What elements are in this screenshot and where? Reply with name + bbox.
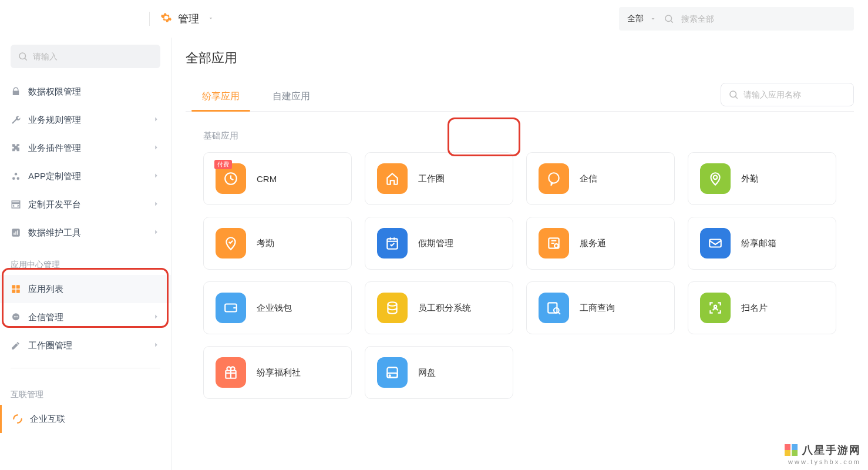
- header-left: 管理: [149, 12, 214, 26]
- app-search-input[interactable]: [743, 90, 846, 99]
- sidebar-group-interlink: 互联管理: [0, 377, 171, 405]
- svg-rect-27: [709, 240, 721, 247]
- app-card[interactable]: 扫名片: [688, 281, 836, 334]
- scan-icon: [700, 293, 731, 323]
- app-card[interactable]: 外勤: [688, 152, 836, 205]
- tab-shared-apps[interactable]: 纷享应用: [186, 82, 256, 111]
- sidebar-item-chat[interactable]: 企信管理: [0, 303, 171, 331]
- link-icon: [12, 414, 23, 424]
- caret-down-icon: [650, 15, 657, 22]
- mail-icon: [700, 228, 731, 258]
- chevron-right-icon: [152, 172, 160, 182]
- svg-point-23: [714, 176, 718, 180]
- sidebar-item-label: APP定制管理: [28, 171, 145, 182]
- svg-rect-11: [12, 285, 15, 288]
- chevron-right-icon: [152, 341, 160, 351]
- sidebar-item-app[interactable]: APP定制管理: [0, 162, 171, 190]
- svg-point-6: [17, 177, 20, 180]
- app-card[interactable]: 付费CRM: [203, 152, 352, 205]
- tab-self-built-apps[interactable]: 自建应用: [256, 82, 327, 111]
- pin-icon: [700, 163, 731, 194]
- app-card[interactable]: 工商查询: [526, 281, 675, 334]
- svg-point-18: [16, 316, 18, 317]
- app-card[interactable]: 纷享邮箱: [688, 217, 836, 270]
- app-label: 考勤: [257, 238, 274, 249]
- global-search[interactable]: 全部: [619, 7, 854, 31]
- sidebar-item-label: 数据权限管理: [28, 86, 160, 98]
- check-pin-icon: [216, 228, 246, 258]
- app-card[interactable]: 服务通: [526, 217, 675, 270]
- gear-icon: [160, 12, 172, 26]
- app-label: 员工积分系统: [418, 303, 471, 314]
- app-label: 工商查询: [580, 303, 615, 314]
- sidebar-item-chart[interactable]: 数据维护工具: [0, 219, 171, 247]
- svg-rect-24: [387, 239, 397, 249]
- header-title[interactable]: 管理: [178, 12, 199, 26]
- sidebar-item-label: 工作圈管理: [28, 340, 145, 351]
- app-card[interactable]: 假期管理: [365, 217, 513, 270]
- app-card[interactable]: 企业钱包: [203, 281, 352, 334]
- app-card[interactable]: 网盘: [365, 346, 513, 399]
- svg-rect-14: [16, 290, 20, 293]
- sidebar-item-grid[interactable]: 应用列表: [0, 275, 171, 303]
- sidebar-item-code[interactable]: 定制开发平台: [0, 190, 171, 219]
- caret-down-icon[interactable]: [205, 14, 214, 24]
- svg-point-4: [15, 173, 18, 176]
- sidebar-item-lock[interactable]: 数据权限管理: [0, 78, 171, 106]
- search-filter[interactable]: 全部: [627, 14, 657, 24]
- tab-bar: 纷享应用自建应用: [186, 82, 854, 112]
- global-search-input[interactable]: [681, 14, 846, 24]
- top-header: 管理 全部: [0, 0, 868, 38]
- app-card[interactable]: 员工积分系统: [365, 281, 513, 334]
- sidebar-item-link[interactable]: 企业互联: [0, 405, 171, 433]
- header-separator: [149, 12, 150, 26]
- svg-point-17: [15, 316, 16, 317]
- sidebar-item-puzzle[interactable]: 业务插件管理: [0, 134, 171, 162]
- chevron-right-icon: [152, 115, 160, 125]
- bubble-icon: [539, 163, 569, 194]
- app-label: 网盘: [418, 367, 436, 378]
- disk-icon: [377, 357, 408, 388]
- sidebar-item-edit[interactable]: 工作圈管理: [0, 331, 171, 360]
- app-card[interactable]: 纷享福利社: [203, 346, 352, 399]
- chevron-right-icon: [152, 143, 160, 153]
- sidebar-item-label: 业务规则管理: [28, 115, 145, 126]
- code-icon: [11, 199, 21, 210]
- chat-icon: [11, 312, 21, 323]
- puzzle-icon: [11, 143, 21, 153]
- wrench-icon: [11, 115, 21, 125]
- svg-point-2: [19, 53, 26, 59]
- sidebar-item-label: 应用列表: [28, 284, 160, 295]
- query-icon: [539, 293, 569, 323]
- svg-point-32: [714, 306, 716, 308]
- svg-line-1: [671, 21, 672, 22]
- search-icon: [18, 51, 28, 62]
- sidebar-divider: [11, 368, 160, 368]
- sidebar-group-app-center: 应用中心管理: [0, 247, 171, 275]
- search-icon: [664, 14, 674, 24]
- svg-point-29: [388, 302, 396, 306]
- app-card[interactable]: 工作圈: [365, 152, 513, 205]
- app-label: 假期管理: [418, 238, 453, 249]
- app-label: 纷享邮箱: [741, 238, 776, 249]
- svg-line-20: [735, 96, 737, 98]
- sidebar-item-wrench[interactable]: 业务规则管理: [0, 106, 171, 134]
- svg-point-5: [12, 177, 15, 180]
- app-label: 工作圈: [418, 173, 445, 184]
- sidebar-search[interactable]: [11, 45, 160, 68]
- db-icon: [377, 293, 408, 323]
- svg-rect-9: [15, 231, 16, 235]
- sidebar: 数据权限管理业务规则管理业务插件管理APP定制管理定制开发平台数据维护工具 应用…: [0, 38, 171, 470]
- app-card[interactable]: 企信: [526, 152, 675, 205]
- chart-icon: [11, 227, 21, 238]
- app-label: 纷享福利社: [257, 367, 301, 378]
- search-filter-label: 全部: [627, 14, 644, 24]
- sidebar-item-label: 定制开发平台: [28, 199, 145, 210]
- sidebar-search-input[interactable]: [33, 52, 153, 61]
- calendar-icon: [377, 228, 408, 258]
- content: 全部应用 纷享应用自建应用 基础应用 付费CRM工作圈企信外勤考勤假期管理服务通…: [171, 38, 868, 470]
- badge-paid: 付费: [214, 160, 232, 169]
- svg-point-19: [730, 91, 736, 98]
- app-card[interactable]: 考勤: [203, 217, 352, 270]
- app-search[interactable]: [721, 83, 854, 106]
